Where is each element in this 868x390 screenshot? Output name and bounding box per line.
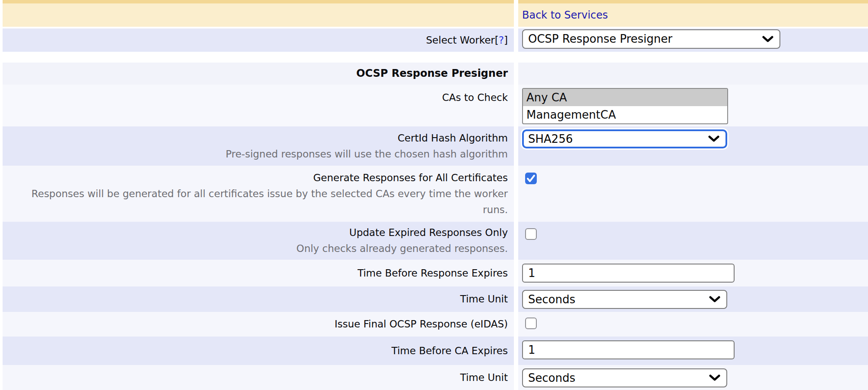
time-before-response-input[interactable] — [522, 264, 735, 283]
issue-final-label: Issue Final OCSP Response (eIDAS) — [335, 316, 508, 332]
generate-all-label: Generate Responses for All Certificates — [313, 170, 508, 186]
back-to-services-link[interactable]: Back to Services — [522, 9, 868, 22]
select-worker-row: Select Worker[?] OCSP Response Presigner — [3, 28, 868, 52]
chevron-down-icon — [709, 374, 720, 381]
time-before-ca-row: Time Before CA Expires — [3, 337, 868, 365]
update-expired-helper: Only checks already generated responses. — [296, 241, 508, 257]
header-row: Back to Services — [3, 3, 868, 27]
hash-algorithm-label: CertId Hash Algorithm — [398, 130, 508, 146]
time-unit-ca-row: Time Unit Seconds — [3, 365, 868, 390]
time-unit-response-label: Time Unit — [460, 291, 508, 307]
update-expired-checkbox[interactable] — [525, 228, 537, 240]
issue-final-checkbox[interactable] — [525, 318, 537, 329]
top-accent-strip — [3, 0, 868, 3]
chevron-down-icon — [708, 135, 719, 142]
generate-all-helper-line2: runs. — [483, 202, 508, 218]
hash-algorithm-select[interactable]: SHA256 — [522, 129, 727, 148]
update-expired-row: Update Expired Responses Only Only check… — [3, 222, 868, 260]
generate-all-helper-line1: Responses will be generated for all cert… — [32, 186, 508, 202]
help-link[interactable]: ? — [499, 35, 504, 46]
update-expired-label: Update Expired Responses Only — [349, 225, 508, 241]
cas-to-check-label: CAs to Check — [442, 90, 508, 106]
time-unit-response-select[interactable]: Seconds — [522, 290, 727, 309]
chevron-down-icon — [709, 296, 720, 303]
issue-final-row: Issue Final OCSP Response (eIDAS) — [3, 312, 868, 337]
worker-title: OCSP Response Presigner — [356, 66, 508, 82]
time-before-response-row: Time Before Response Expires — [3, 260, 868, 286]
hash-algorithm-row: CertId Hash Algorithm Pre-signed respons… — [3, 126, 868, 166]
time-unit-ca-select[interactable]: Seconds — [522, 368, 727, 387]
time-unit-response-row: Time Unit Seconds — [3, 286, 868, 312]
time-unit-ca-label: Time Unit — [460, 370, 508, 386]
section-gap — [3, 52, 868, 63]
generate-all-checkbox[interactable] — [525, 173, 537, 184]
cas-to-check-row: CAs to Check Any CA ManagementCA — [3, 85, 868, 126]
select-worker-label: Select Worker[?] — [426, 32, 508, 48]
worker-select[interactable]: OCSP Response Presigner — [522, 29, 780, 49]
chevron-down-icon — [762, 36, 773, 43]
edit-services-page: Back to Services Select Worker[?] OCSP R… — [0, 0, 868, 390]
time-before-ca-label: Time Before CA Expires — [392, 343, 508, 359]
listbox-option-any-ca[interactable]: Any CA — [523, 89, 727, 106]
checkmark-icon — [525, 173, 537, 186]
hash-algorithm-helper: Pre-signed responses will use the chosen… — [226, 146, 508, 162]
listbox-option-managementca[interactable]: ManagementCA — [523, 106, 727, 123]
time-before-ca-input[interactable] — [522, 340, 735, 359]
generate-all-row: Generate Responses for All Certificates … — [3, 166, 868, 222]
worker-title-row: OCSP Response Presigner — [3, 63, 868, 85]
time-before-response-label: Time Before Response Expires — [358, 265, 508, 281]
cas-listbox[interactable]: Any CA ManagementCA — [522, 88, 728, 124]
